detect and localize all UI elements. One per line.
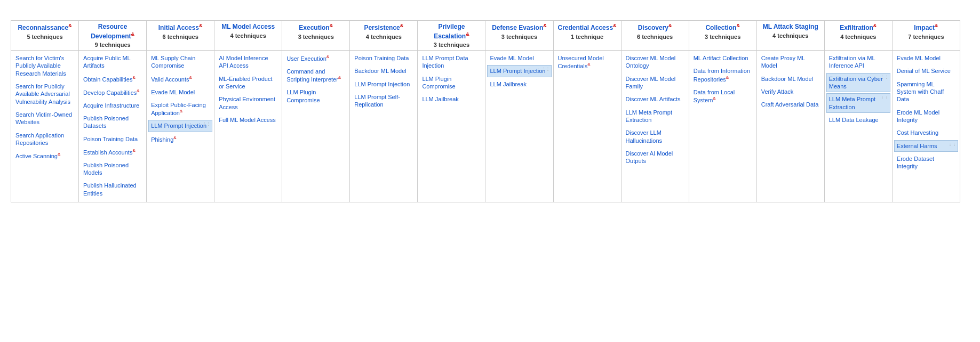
technique-item[interactable]: LLM Prompt Self-Replication bbox=[352, 91, 416, 111]
technique-item[interactable]: LLM Plugin Compromise bbox=[284, 86, 348, 106]
technique-item[interactable]: Exfiltration via ML Inference API bbox=[826, 52, 890, 72]
tactic-title-discovery[interactable]: Discovery& bbox=[625, 23, 686, 32]
tactic-title-persistence[interactable]: Persistence& bbox=[353, 23, 414, 32]
tactic-header-ml-model-access: ML Model Access 4 techniques bbox=[214, 21, 282, 51]
technique-item[interactable]: External Harms⋮⋮ bbox=[894, 140, 958, 152]
technique-item[interactable]: Discover ML Artifacts bbox=[623, 93, 687, 105]
technique-item[interactable]: Spamming ML System with Chaff Data bbox=[894, 78, 958, 105]
techniques-cell-execution: User Execution&Command and Scripting Int… bbox=[282, 51, 350, 202]
technique-item[interactable]: Publish Poisoned Datasets bbox=[81, 112, 145, 132]
technique-item[interactable]: Evade ML Model bbox=[487, 52, 551, 64]
tactic-header-initial-access: Initial Access& 6 techniques bbox=[147, 21, 214, 51]
technique-item[interactable]: Data from Local System& bbox=[691, 86, 755, 106]
techniques-cell-ml-attack-staging: Create Proxy ML ModelBackdoor ML ModelVe… bbox=[756, 51, 824, 202]
technique-item[interactable]: Full ML Model Access bbox=[216, 114, 280, 126]
tactic-count-defense-evasion: 3 techniques bbox=[489, 34, 549, 40]
techniques-cell-initial-access: ML Supply Chain CompromiseValid Accounts… bbox=[147, 51, 214, 202]
technique-item[interactable]: LLM Prompt Injection⋮⋮ bbox=[487, 65, 551, 77]
technique-item[interactable]: Search Victim-Owned Websites bbox=[13, 109, 77, 128]
technique-item[interactable]: LLM Plugin Compromise bbox=[419, 73, 483, 93]
technique-item[interactable]: LLM Jailbreak bbox=[419, 93, 483, 105]
technique-item[interactable]: Denial of ML Service bbox=[894, 65, 958, 77]
technique-item[interactable]: Active Scanning& bbox=[13, 150, 77, 162]
techniques-cell-privilege-escalation: LLM Prompt Data InjectionLLM Plugin Comp… bbox=[418, 51, 485, 202]
technique-item[interactable]: Backdoor ML Model bbox=[352, 65, 416, 77]
tactic-count-resource-development: 9 techniques bbox=[82, 42, 143, 48]
technique-item[interactable]: Obtain Capabilities& bbox=[81, 73, 145, 85]
tactic-title-privilege-escalation[interactable]: Privilege Escalation& bbox=[421, 23, 482, 40]
technique-item[interactable]: Phishing& bbox=[148, 133, 212, 145]
technique-item[interactable]: LLM Meta Prompt Extraction bbox=[623, 107, 687, 126]
tactic-title-initial-access[interactable]: Initial Access& bbox=[150, 23, 211, 32]
technique-item[interactable]: Cost Harvesting bbox=[894, 127, 958, 139]
technique-item[interactable]: ML Artifact Collection bbox=[691, 52, 755, 64]
technique-item[interactable]: LLM Prompt Data Injection bbox=[419, 52, 483, 72]
technique-item[interactable]: Valid Accounts& bbox=[148, 73, 212, 85]
technique-item[interactable]: LLM Prompt Injection⋮⋮ bbox=[148, 120, 212, 132]
tactic-title-reconnaissance[interactable]: Reconnaissance& bbox=[14, 23, 75, 32]
tactic-header-resource-development: Resource Development& 9 techniques bbox=[79, 21, 147, 51]
technique-item[interactable]: Verify Attack bbox=[759, 86, 823, 97]
technique-item[interactable]: Discover ML Model Ontology bbox=[623, 52, 687, 72]
tactic-header-defense-evasion: Defense Evasion& 3 techniques bbox=[485, 21, 553, 51]
tactic-title-ml-model-access[interactable]: ML Model Access bbox=[218, 23, 278, 31]
technique-item[interactable]: LLM Jailbreak bbox=[487, 78, 551, 90]
tactic-header-persistence: Persistence& 4 techniques bbox=[350, 21, 418, 51]
tactic-header-execution: Execution& 3 techniques bbox=[282, 21, 350, 51]
technique-item[interactable]: Discover ML Model Family bbox=[623, 73, 687, 93]
technique-item[interactable]: AI Model Inference API Access bbox=[216, 52, 280, 72]
technique-item[interactable]: Acquire Public ML Artifacts bbox=[81, 52, 145, 72]
tactic-title-exfiltration[interactable]: Exfiltration& bbox=[828, 23, 889, 32]
technique-item[interactable]: Backdoor ML Model bbox=[759, 73, 823, 85]
technique-item[interactable]: Erode ML Model Integrity bbox=[894, 107, 958, 126]
technique-item[interactable]: ML Supply Chain Compromise bbox=[148, 52, 212, 72]
tactic-header-privilege-escalation: Privilege Escalation& 3 techniques bbox=[418, 21, 485, 51]
techniques-cell-persistence: Poison Training DataBackdoor ML ModelLLM… bbox=[350, 51, 418, 202]
technique-item[interactable]: Discover AI Model Outputs bbox=[623, 148, 687, 167]
technique-item[interactable]: Publish Hallucinated Entities bbox=[81, 180, 145, 199]
technique-item[interactable]: Evade ML Model bbox=[148, 86, 212, 98]
technique-item[interactable]: Search for Victim's Publicly Available R… bbox=[13, 52, 77, 79]
technique-item[interactable]: LLM Prompt Injection bbox=[352, 78, 416, 90]
technique-item[interactable]: Craft Adversarial Data bbox=[759, 99, 823, 110]
technique-item[interactable]: LLM Data Leakage bbox=[826, 114, 890, 126]
technique-item[interactable]: Search Application Repositories bbox=[13, 129, 77, 149]
tactic-title-execution[interactable]: Execution& bbox=[285, 23, 346, 32]
technique-item[interactable]: Publish Poisoned Models bbox=[81, 159, 145, 179]
technique-item[interactable]: Evade ML Model bbox=[894, 52, 958, 64]
tactic-title-collection[interactable]: Collection& bbox=[692, 23, 753, 32]
technique-item[interactable]: LLM Meta Prompt Extraction⋮⋮ bbox=[826, 93, 890, 113]
tactic-count-initial-access: 6 techniques bbox=[150, 34, 211, 40]
technique-item[interactable]: Command and Scripting Interpreter& bbox=[284, 66, 348, 85]
techniques-cell-reconnaissance: Search for Victim's Publicly Available R… bbox=[11, 51, 79, 202]
techniques-cell-defense-evasion: Evade ML ModelLLM Prompt Injection⋮⋮LLM … bbox=[485, 51, 553, 202]
technique-item[interactable]: Erode Dataset Integrity bbox=[894, 153, 958, 173]
technique-item[interactable]: User Execution& bbox=[284, 52, 348, 64]
tactic-count-execution: 3 techniques bbox=[285, 34, 346, 40]
technique-item[interactable]: Search for Publicly Available Adversaria… bbox=[13, 80, 77, 108]
tactic-title-impact[interactable]: Impact& bbox=[896, 23, 957, 32]
tactic-title-resource-development[interactable]: Resource Development& bbox=[82, 23, 143, 40]
tactic-title-ml-attack-staging[interactable]: ML Attack Staging bbox=[760, 23, 821, 31]
tactic-count-reconnaissance: 5 techniques bbox=[14, 34, 75, 40]
technique-item[interactable]: Exploit Public-Facing Application& bbox=[148, 99, 212, 119]
technique-item[interactable]: Establish Accounts& bbox=[81, 146, 145, 158]
technique-item[interactable]: Discover LLM Hallucinations bbox=[623, 127, 687, 146]
technique-item[interactable]: ML-Enabled Product or Service bbox=[216, 73, 280, 93]
tactic-header-reconnaissance: Reconnaissance& 5 techniques bbox=[11, 21, 79, 51]
technique-item[interactable]: Acquire Infrastructure bbox=[81, 100, 145, 111]
technique-item[interactable]: Poison Training Data bbox=[81, 133, 145, 145]
drag-handle-icon: ⋮⋮ bbox=[880, 95, 889, 100]
technique-item[interactable]: Poison Training Data bbox=[352, 52, 416, 64]
technique-item[interactable]: Data from Information Repositories& bbox=[691, 65, 755, 85]
drag-handle-icon: ⋮⋮ bbox=[541, 67, 550, 72]
tactic-title-defense-evasion[interactable]: Defense Evasion& bbox=[489, 23, 549, 32]
technique-item[interactable]: Exfiltration via Cyber Means⋮⋮ bbox=[826, 73, 890, 93]
techniques-cell-collection: ML Artifact CollectionData from Informat… bbox=[689, 51, 756, 202]
technique-item[interactable]: Physical Environment Access bbox=[216, 93, 280, 113]
technique-item[interactable]: Create Proxy ML Model bbox=[759, 52, 823, 72]
technique-item[interactable]: Develop Capabilities& bbox=[81, 86, 145, 99]
tactic-title-credential-access[interactable]: Credential Access& bbox=[557, 23, 618, 32]
tactic-header-credential-access: Credential Access& 1 technique bbox=[553, 21, 621, 51]
technique-item[interactable]: Unsecured Model Credentials& bbox=[555, 52, 619, 72]
